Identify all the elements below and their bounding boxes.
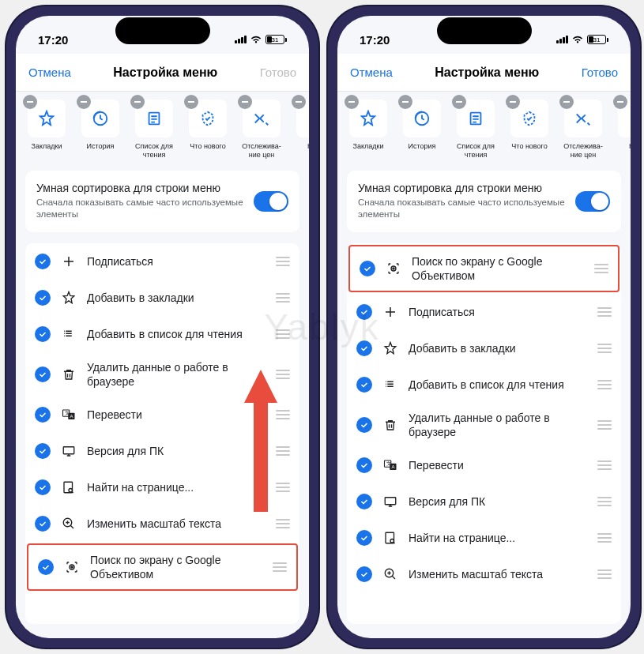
drag-handle-icon[interactable] xyxy=(276,483,290,492)
cancel-button[interactable]: Отмена xyxy=(350,66,393,79)
cancel-button[interactable]: Отмена xyxy=(28,66,71,79)
remove-shortcut-icon[interactable] xyxy=(398,95,412,109)
shortcut-item[interactable]: Наст xyxy=(612,100,631,160)
shortcut-label: История xyxy=(87,142,115,151)
drag-handle-icon[interactable] xyxy=(597,533,612,543)
remove-shortcut-icon[interactable] xyxy=(613,95,627,109)
checkbox-icon[interactable] xyxy=(356,417,372,433)
remove-shortcut-icon[interactable] xyxy=(238,95,252,109)
checkbox-icon[interactable] xyxy=(35,366,51,382)
drag-handle-icon[interactable] xyxy=(597,344,612,353)
drag-handle-icon[interactable] xyxy=(597,460,612,470)
checkbox-icon[interactable] xyxy=(35,479,51,495)
list-item[interactable]: Подписаться xyxy=(347,294,621,330)
drag-handle-icon[interactable] xyxy=(594,264,608,273)
list-item[interactable]: Добавить в список для чтения xyxy=(25,316,299,352)
list-item[interactable]: Версия для ПК xyxy=(347,483,621,520)
shortcut-item[interactable]: Список для чтения xyxy=(451,100,500,160)
checkbox-icon[interactable] xyxy=(356,304,372,320)
checkbox-icon[interactable] xyxy=(356,530,372,546)
smart-sort-subtitle: Сначала показывать самые часто используе… xyxy=(36,197,246,221)
remove-shortcut-icon[interactable] xyxy=(130,95,145,109)
drag-handle-icon[interactable] xyxy=(597,420,612,430)
list-item[interactable]: Удалить данные о работе в браузере xyxy=(347,403,621,447)
drag-handle-icon[interactable] xyxy=(276,257,290,266)
remove-shortcut-icon[interactable] xyxy=(184,95,198,109)
drag-handle-icon[interactable] xyxy=(597,569,612,579)
checkbox-icon[interactable] xyxy=(35,254,51,269)
list-item[interactable]: Добавить в закладки xyxy=(347,330,621,366)
drag-handle-icon[interactable] xyxy=(276,329,290,339)
remove-shortcut-icon[interactable] xyxy=(559,95,574,109)
list-item[interactable]: Найти на странице... xyxy=(347,520,621,556)
item-label: Изменить масштаб текста xyxy=(87,517,266,531)
checkbox-icon[interactable] xyxy=(35,407,51,423)
done-button[interactable]: Готово xyxy=(582,66,618,79)
svg-rect-23 xyxy=(386,533,394,544)
shortcut-item[interactable]: Список для чтения xyxy=(130,100,179,160)
remove-shortcut-icon[interactable] xyxy=(77,95,91,109)
list-item[interactable]: Изменить масштаб текста xyxy=(347,556,621,592)
drag-handle-icon[interactable] xyxy=(276,519,290,528)
shortcut-item[interactable]: Что нового xyxy=(183,100,232,160)
shortcuts-row[interactable]: ЗакладкиИсторияСписок для чтенияЧто ново… xyxy=(337,92,631,171)
smart-sort-toggle[interactable] xyxy=(575,191,610,212)
remove-shortcut-icon[interactable] xyxy=(345,95,359,109)
checkbox-icon[interactable] xyxy=(356,457,372,473)
drag-handle-icon[interactable] xyxy=(276,293,290,303)
shortcut-item[interactable]: Что нового xyxy=(505,100,554,160)
shortcut-label: Наст xyxy=(307,142,309,151)
shortcut-label: Список для чтения xyxy=(451,142,500,160)
checkbox-icon[interactable] xyxy=(356,377,372,393)
shortcut-item[interactable]: Наст xyxy=(291,100,309,160)
remove-shortcut-icon[interactable] xyxy=(452,95,466,109)
star-icon xyxy=(60,291,77,305)
list-item[interactable]: Подписаться xyxy=(25,243,299,280)
shortcut-item[interactable]: Закладки xyxy=(344,100,393,160)
drag-handle-icon[interactable] xyxy=(597,307,612,317)
item-label: Версия для ПК xyxy=(409,494,588,509)
list-item[interactable]: Добавить в список для чтения xyxy=(347,366,621,403)
checkbox-icon[interactable] xyxy=(360,261,375,276)
plus-icon xyxy=(60,254,77,269)
done-button[interactable]: Готово xyxy=(260,66,296,79)
svg-text:A: A xyxy=(392,464,395,469)
item-label: Поиск по экрану с Google Объективом xyxy=(412,254,585,283)
checkbox-icon[interactable] xyxy=(35,326,51,342)
drag-handle-icon[interactable] xyxy=(597,380,612,389)
remove-shortcut-icon[interactable] xyxy=(23,95,37,109)
nav-header: Отмена Настройка меню Готово xyxy=(337,54,631,92)
smart-sort-toggle[interactable] xyxy=(254,191,288,212)
dynamic-island xyxy=(115,17,210,44)
shortcut-item[interactable]: История xyxy=(397,100,446,160)
screen: 17:20 31 Отмена Настройка меню Готово За… xyxy=(337,16,631,638)
checkbox-icon[interactable] xyxy=(356,494,372,509)
svg-point-24 xyxy=(390,539,394,543)
checkbox-icon[interactable] xyxy=(35,290,51,306)
remove-shortcut-icon[interactable] xyxy=(506,95,520,109)
list-item[interactable]: Поиск по экрану с Google Объективом xyxy=(27,543,298,591)
drag-handle-icon[interactable] xyxy=(276,370,290,379)
drag-handle-icon[interactable] xyxy=(276,410,290,419)
remove-shortcut-icon[interactable] xyxy=(292,95,306,109)
phone-frame-right: 17:20 31 Отмена Настройка меню Готово За… xyxy=(328,6,640,648)
shortcut-item[interactable]: История xyxy=(76,100,125,160)
checkbox-icon[interactable] xyxy=(38,559,54,575)
list-item[interactable]: Добавить в закладки xyxy=(25,280,299,316)
shortcut-item[interactable]: Отслежива-ние цен xyxy=(559,100,608,160)
list-item[interactable]: Поиск по экрану с Google Объективом xyxy=(348,245,620,292)
shortcut-item[interactable]: Закладки xyxy=(22,100,71,160)
drag-handle-icon[interactable] xyxy=(597,497,612,506)
checkbox-icon[interactable] xyxy=(35,443,51,459)
checkbox-icon[interactable] xyxy=(356,340,372,356)
shortcut-label: Отслежива-ние цен xyxy=(559,142,608,160)
drag-handle-icon[interactable] xyxy=(273,562,287,572)
trash-icon xyxy=(60,367,77,382)
shortcuts-row[interactable]: ЗакладкиИсторияСписок для чтенияЧто ново… xyxy=(16,92,309,171)
shortcut-item[interactable]: Отслежива-ние цен xyxy=(237,100,286,160)
checkbox-icon[interactable] xyxy=(356,566,372,582)
drag-handle-icon[interactable] xyxy=(276,446,290,456)
list-item[interactable]: 文A Перевести xyxy=(347,447,621,483)
checkbox-icon[interactable] xyxy=(35,516,51,532)
lens-icon xyxy=(385,261,402,276)
